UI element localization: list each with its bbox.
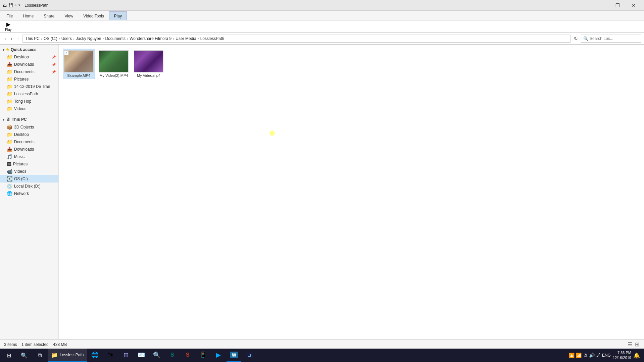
tray-lang[interactable]: ENG [602,353,611,358]
folder-icon: 📁 [7,99,12,104]
taskview-button[interactable]: ⧉ [32,349,47,362]
filmora2-icon: W [230,352,238,358]
path-losslesspath[interactable]: LosslessPath [200,36,224,41]
sidebar-item-network[interactable]: 🌐 Network [0,190,58,197]
tab-home[interactable]: Home [18,11,39,20]
sidebar-item-tonghop[interactable]: 📁 Tong Hop [0,98,58,105]
tray-pen-icon[interactable]: 🖊 [596,353,601,358]
sidebar-item-documents-pc[interactable]: 📁 Documents [0,138,58,146]
3d-folder-icon: 📦 [7,124,12,130]
sidebar-item-localdisk[interactable]: 💿 Local Disk (D:) [0,183,58,190]
tray-wifi-icon[interactable]: 📶 [576,353,582,358]
sidebar-item-videos-qa[interactable]: 📁 Videos [0,105,58,112]
sidebar-item-downloads-pc[interactable]: 📥 Downloads [0,146,58,153]
title-bar-left: 🗂 💾 ↩ ▾ LosslessPath [3,3,49,8]
sidebar-item-downloads-qa[interactable]: 📥 Downloads 📌 [0,61,58,68]
tab-file[interactable]: File [1,11,18,20]
sidebar-item-label: Music [14,154,24,159]
clock-time: 7:36 PM [613,350,631,355]
music-icon: 🎵 [7,154,12,159]
file-content[interactable]: ✓ Example.MP4 My Video(2).MP4 [59,45,644,340]
sidebar-item-3dobjects[interactable]: 📦 3D Objects [0,123,58,131]
path-osc[interactable]: OS (C:) [44,36,57,41]
download-folder-icon: 📥 [7,147,12,152]
sidebar-item-label: Videos [14,106,26,111]
list-view-button[interactable]: ☰ [627,341,633,348]
tile-view-button[interactable]: ⊞ [634,341,640,348]
apps-icon: ⊞ [123,351,129,359]
sidebar-item-desktop-pc[interactable]: 📁 Desktop [0,131,58,138]
tray-monitor-icon[interactable]: 🖥 [583,353,588,358]
sidebar-item-documents-qa[interactable]: 📁 Documents 📌 [0,68,58,75]
up-button[interactable]: ↑ [15,35,21,42]
ribbon-play-button[interactable]: ▶ Play [3,20,14,33]
address-bar: ‹ › ↑ This PC › OS (C:) › Users › Jacky … [0,33,644,45]
taskbar-app-chrome[interactable]: 🌐 [88,349,102,362]
sidebar-item-pictures-qa[interactable]: 📁 Pictures [0,75,58,83]
taskbar-app-store[interactable]: 🛍 [103,349,118,362]
ribbon: File Home Share View Video Tools Play ▶ … [0,11,644,33]
sidebar-item-label: Tong Hop [14,99,31,104]
taskbar-app-filmora[interactable]: ▶ [211,349,226,362]
sidebar-item-music[interactable]: 🎵 Music [0,153,58,160]
sidebar-item-osc[interactable]: 💽 OS (C:) [0,175,58,183]
file-item-example[interactable]: ✓ Example.MP4 [63,49,95,79]
tray-volume-icon[interactable]: 🔊 [589,353,595,358]
file-item-video2[interactable]: My Video(2).MP4 [98,49,130,79]
tab-play[interactable]: Play [109,11,127,20]
start-button[interactable]: ⊞ [1,349,16,362]
sidebar: ▾ ★ Quick access 📁 Desktop 📌 📥 Downloads… [0,45,59,340]
sway-icon: S [170,352,174,358]
drive-icon: 💽 [7,176,12,182]
file-item-myvideo[interactable]: My Video.mp4 [133,49,165,79]
sidebar-item-videos-pc[interactable]: 📹 Videos [0,168,58,175]
sidebar-item-pictures-pc[interactable]: 🖼 Pictures [0,160,58,168]
sidebar-item-desktop-qa[interactable]: 📁 Desktop 📌 [0,53,58,61]
path-user[interactable]: Jacky Nguyen [76,36,101,41]
taskbar-app-sway[interactable]: S [165,349,180,362]
address-path[interactable]: This PC › OS (C:) › Users › Jacky Nguyen… [22,35,571,43]
sidebar-item-losslesspath[interactable]: 📁 LosslessPath [0,90,58,98]
quick-access-header[interactable]: ▾ ★ Quick access [0,46,58,53]
close-button[interactable]: ✕ [626,0,641,11]
tab-share[interactable]: Share [39,11,59,20]
taskbar-item-losslesspath[interactable]: 📁 LosslessPath [48,349,87,362]
path-users[interactable]: Users [61,36,72,41]
search-input[interactable] [590,36,637,41]
path-usermedia[interactable]: User Media [176,36,196,41]
back-button[interactable]: ‹ [3,35,8,42]
taskbar-item-label: LosslessPath [60,353,84,357]
taskbar-app-apps[interactable]: ⊞ [118,349,133,362]
tab-view[interactable]: View [59,11,78,20]
folder-icon: 📁 [7,84,12,89]
thispc-chevron-icon: ▾ [3,118,4,121]
taskbar-app-phone[interactable]: 📱 [196,349,210,362]
sidebar-item-label: Videos [14,169,26,174]
refresh-button[interactable]: ↻ [572,35,580,42]
search2-icon: 🔍 [153,351,160,359]
thispc-header[interactable]: ▾ 🖥 This PC [0,115,58,123]
tab-videotools[interactable]: Video Tools [78,11,109,20]
search-box[interactable]: 🔍 [581,35,641,43]
forward-button[interactable]: › [9,35,14,42]
folder-icon: 📁 [7,139,12,145]
sidebar-item-detran[interactable]: 📁 14-12-2019 De Tran [0,83,58,90]
main-layout: ▾ ★ Quick access 📁 Desktop 📌 📥 Downloads… [0,45,644,340]
maximize-button[interactable]: ❐ [610,0,625,11]
notification-icon[interactable]: 🔔 [633,352,640,359]
search-button[interactable]: 🔍 [17,349,32,362]
taskbar-app-slide[interactable]: S [180,349,195,362]
taskbar-app-mail[interactable]: 📧 [134,349,149,362]
filmora-icon: ▶ [216,351,221,359]
taskbar-app-search2[interactable]: 🔍 [149,349,164,362]
path-filmora[interactable]: Wondershare Filmora 9 [130,36,171,41]
tray-up-icon[interactable]: 🔼 [569,353,575,358]
sidebar-item-label: Network [14,191,29,196]
path-documents[interactable]: Documents [105,36,126,41]
taskbar-clock[interactable]: 7:36 PM 12/16/2019 [613,350,631,361]
taskbar-app-filmora-active[interactable]: W [227,349,241,362]
network-icon: 🌐 [7,191,12,196]
taskbar-app-lr[interactable]: Lr [242,349,257,362]
path-thispc[interactable]: This PC [25,36,40,41]
minimize-button[interactable]: — [594,0,609,11]
